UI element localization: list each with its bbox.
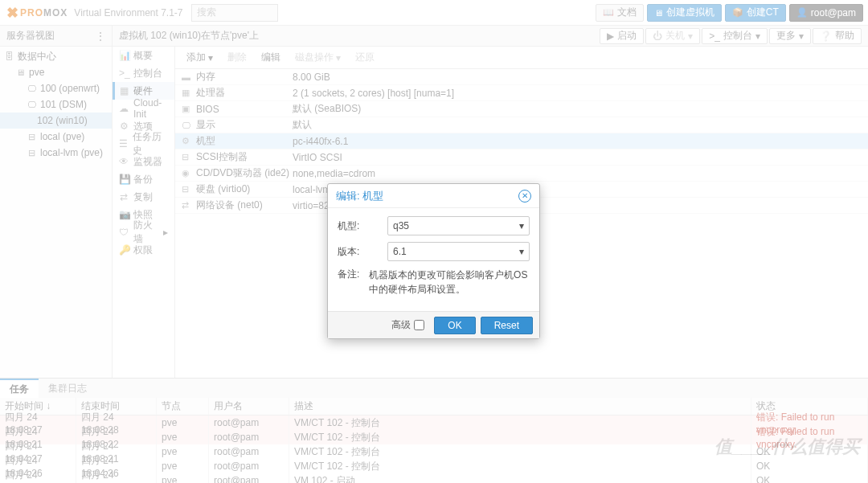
chevron-down-icon: ▾ <box>519 246 524 257</box>
version-select[interactable]: 6.1▾ <box>387 242 530 261</box>
ok-button[interactable]: OK <box>434 317 475 334</box>
machine-label: 机型: <box>338 219 387 233</box>
advanced-checkbox[interactable] <box>414 320 424 330</box>
dialog-header: 编辑: 机型 ✕ <box>328 184 539 208</box>
dialog-title: 编辑: 机型 <box>336 189 383 203</box>
machine-select[interactable]: q35▾ <box>387 216 530 235</box>
version-label: 版本: <box>338 245 387 259</box>
note-label: 备注: <box>338 268 369 281</box>
chevron-down-icon: ▾ <box>519 220 524 231</box>
note-text: 机器版本的更改可能会影响客户机OS中的硬件布局和设置。 <box>369 268 530 297</box>
advanced-toggle[interactable]: 高级 <box>391 318 424 332</box>
edit-machine-dialog: 编辑: 机型 ✕ 机型: q35▾ 版本: 6.1▾ 备注: 机器版本的更改可能… <box>327 183 540 339</box>
close-icon[interactable]: ✕ <box>518 190 531 203</box>
reset-dialog-button[interactable]: Reset <box>481 317 533 334</box>
